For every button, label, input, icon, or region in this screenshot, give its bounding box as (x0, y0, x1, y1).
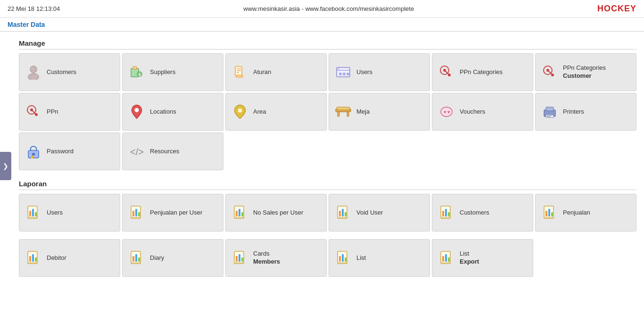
svg-rect-39 (546, 107, 553, 111)
grid-item-suppliers[interactable]: $ Suppliers (122, 53, 223, 91)
svg-point-0 (30, 66, 37, 73)
svg-rect-34 (337, 107, 350, 110)
grid-item-password[interactable]: ✋ Password (19, 133, 120, 170)
svg-rect-58 (236, 211, 238, 216)
svg-rect-94 (342, 254, 344, 262)
laporan-grid-row1: Users Penjualan per User No Sales per Us… (19, 194, 636, 232)
svg-rect-89 (239, 254, 240, 262)
svg-rect-7 (236, 75, 243, 77)
grid-item-ppn[interactable]: PPn (19, 93, 120, 131)
svg-rect-59 (239, 209, 240, 216)
grid-item-ppn-categories[interactable]: PPn Categories (432, 53, 533, 91)
grid-item-rpt-list-export[interactable]: ListExport (432, 239, 533, 277)
sidebar-toggle-button[interactable]: ❯ (0, 152, 11, 180)
master-data-link[interactable]: Master Data (8, 21, 45, 28)
brand-logo: HOCKEY (597, 4, 636, 14)
rpt-list-export-icon (438, 249, 455, 266)
resources-label: Resources (150, 148, 179, 156)
grid-item-vouchers[interactable]: ♥ ♥ Vouchers (432, 93, 533, 131)
svg-rect-80 (35, 257, 37, 262)
svg-point-27 (30, 108, 33, 111)
svg-rect-49 (32, 209, 34, 216)
grid-item-area[interactable]: Area (225, 93, 327, 131)
ppn-categories-icon (438, 64, 455, 81)
rpt-penjualan-user-icon (128, 204, 145, 221)
svg-rect-88 (236, 256, 238, 262)
customers-icon (25, 64, 42, 81)
meja-label: Meja (356, 108, 370, 116)
svg-point-15 (347, 73, 349, 75)
svg-rect-73 (545, 211, 547, 216)
rpt-void-user-label: Void User (356, 209, 383, 217)
rpt-customers-label: Customers (460, 209, 489, 217)
svg-point-35 (441, 107, 452, 116)
locations-icon (128, 103, 145, 120)
aturan-icon (231, 64, 248, 81)
grid-item-locations[interactable]: Locations (122, 93, 223, 131)
printers-label: Printers (563, 108, 584, 116)
grid-item-rpt-cards-members[interactable]: CardsMembers (225, 239, 327, 277)
rpt-debitor-icon (25, 249, 42, 266)
svg-rect-68 (442, 211, 444, 216)
customers-label: Customers (47, 68, 76, 76)
svg-rect-33 (347, 112, 349, 116)
svg-rect-98 (442, 256, 444, 262)
grid-item-rpt-debitor[interactable]: Debitor (19, 239, 120, 277)
svg-point-20 (448, 74, 451, 76)
svg-rect-74 (548, 209, 550, 216)
grid-item-users[interactable]: ||| Users (329, 53, 430, 91)
svg-rect-60 (241, 212, 243, 216)
website-label: www.mesinkasir.asia - www.facebook.com/m… (243, 5, 414, 12)
svg-point-24 (551, 74, 554, 76)
ppn-categories-customer-icon (541, 64, 558, 81)
grid-item-rpt-void-user[interactable]: Void User (329, 194, 430, 232)
svg-text:</>: </> (130, 147, 144, 157)
grid-item-rpt-customers[interactable]: Customers (432, 194, 533, 232)
grid-item-aturan[interactable]: Aturan (225, 53, 327, 91)
rpt-diary-icon (128, 249, 145, 266)
svg-rect-93 (339, 256, 341, 262)
manage-section: Manage Customers $ Suppliers Aturan ||| … (19, 39, 636, 170)
svg-point-29 (135, 108, 139, 112)
grid-item-rpt-penjualan-user[interactable]: Penjualan per User (122, 194, 223, 232)
svg-point-30 (238, 108, 242, 113)
grid-item-rpt-penjualan[interactable]: Penjualan (535, 194, 636, 232)
grid-item-printers[interactable]: Printers (535, 93, 636, 131)
grid-item-customers[interactable]: Customers (19, 53, 120, 91)
suppliers-label: Suppliers (150, 68, 175, 76)
svg-text:$: $ (139, 73, 141, 77)
ppn-icon (25, 103, 42, 120)
svg-text:♥: ♥ (447, 109, 450, 115)
svg-rect-48 (29, 211, 31, 216)
rpt-diary-label: Diary (150, 254, 164, 262)
rpt-customers-icon (438, 204, 455, 221)
manage-section-title: Manage (19, 39, 636, 50)
area-label: Area (253, 108, 266, 116)
grid-item-rpt-list[interactable]: List (329, 239, 430, 277)
rpt-penjualan-label: Penjualan (563, 209, 590, 217)
svg-text:|||: ||| (338, 67, 339, 70)
resources-icon: </> (128, 143, 145, 160)
rpt-penjualan-user-label: Penjualan per User (150, 209, 202, 217)
locations-label: Locations (150, 108, 176, 116)
manage-grid: Customers $ Suppliers Aturan ||| Users P… (19, 53, 636, 170)
main-content: Manage Customers $ Suppliers Aturan ||| … (0, 32, 644, 326)
svg-rect-64 (342, 209, 344, 216)
svg-text:✋: ✋ (30, 155, 34, 159)
ppn-categories-customer-label: PPn CategoriesCustomer (563, 64, 606, 80)
laporan-section: Laporan Users Penjualan per User No Sale… (19, 180, 636, 277)
rpt-cards-members-icon (231, 249, 248, 266)
grid-item-resources[interactable]: </> Resources (122, 133, 223, 170)
grid-item-rpt-diary[interactable]: Diary (122, 239, 223, 277)
grid-item-rpt-no-sales[interactable]: No Sales per User (225, 194, 327, 232)
top-bar: 22 Mei 18 12:13:04 www.mesinkasir.asia -… (0, 0, 644, 18)
grid-item-ppn-categories-customer[interactable]: PPn CategoriesCustomer (535, 53, 636, 91)
suppliers-icon: $ (128, 64, 145, 81)
printers-icon (541, 103, 558, 120)
password-icon: ✋ (25, 143, 42, 160)
grid-item-rpt-users[interactable]: Users (19, 194, 120, 232)
svg-rect-85 (138, 257, 140, 262)
grid-item-meja[interactable]: Meja (329, 93, 430, 131)
svg-rect-79 (32, 254, 34, 262)
svg-rect-3 (133, 66, 137, 69)
